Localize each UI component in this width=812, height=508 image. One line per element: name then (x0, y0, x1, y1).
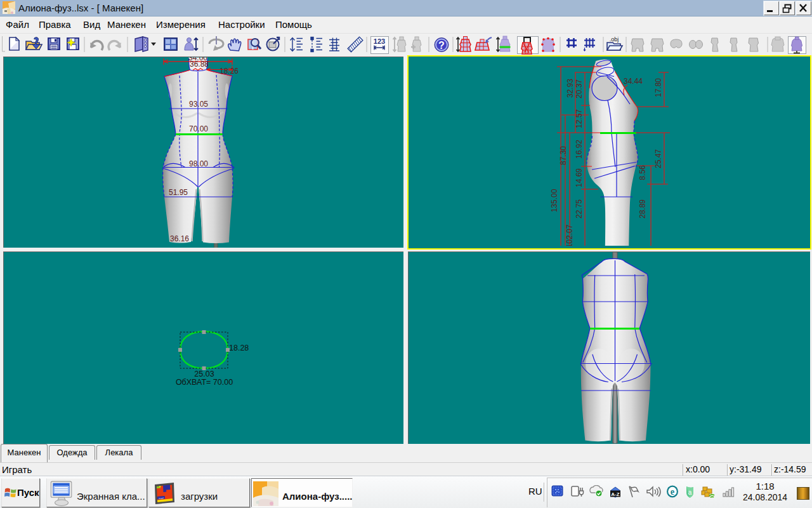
svg-text:a: a (688, 489, 692, 496)
svg-text:36.88: 36.88 (190, 60, 209, 69)
svg-text:.obj: .obj (610, 36, 619, 43)
svg-text:8.56: 8.56 (638, 165, 647, 180)
svg-text:98.00: 98.00 (189, 159, 208, 168)
svg-text:25.47: 25.47 (654, 149, 663, 168)
svg-text:70.00: 70.00 (189, 124, 208, 133)
svg-text:51.95: 51.95 (169, 188, 188, 197)
svg-text:e: e (671, 486, 675, 497)
svg-text:123: 123 (374, 37, 385, 45)
svg-text:14.69: 14.69 (575, 168, 584, 187)
svg-text:?: ? (438, 40, 445, 51)
svg-text:SnagIt: SnagIt (159, 497, 164, 500)
svg-text:25.03: 25.03 (194, 370, 214, 378)
svg-text:A-Z: A-Z (611, 491, 619, 497)
svg-text:16.92: 16.92 (575, 140, 584, 159)
svg-text:102.07: 102.07 (565, 224, 574, 246)
svg-text:34.44: 34.44 (624, 77, 643, 86)
svg-text:18.28: 18.28 (229, 344, 249, 352)
svg-text:20.37: 20.37 (575, 79, 584, 98)
svg-text:87.30: 87.30 (559, 146, 568, 165)
svg-text:36.16: 36.16 (170, 234, 189, 243)
svg-text:12.57: 12.57 (575, 109, 584, 128)
svg-text:28.89: 28.89 (638, 199, 647, 218)
svg-text:17.80: 17.80 (654, 78, 663, 97)
svg-text:22.75: 22.75 (575, 199, 584, 218)
svg-text:32.93: 32.93 (566, 79, 575, 98)
svg-text:18.26: 18.26 (219, 67, 239, 76)
svg-text:93.05: 93.05 (189, 100, 208, 109)
svg-text:135.00: 135.00 (550, 189, 559, 212)
svg-text:ОбХВАТ= 70.00: ОбХВАТ= 70.00 (176, 378, 233, 387)
